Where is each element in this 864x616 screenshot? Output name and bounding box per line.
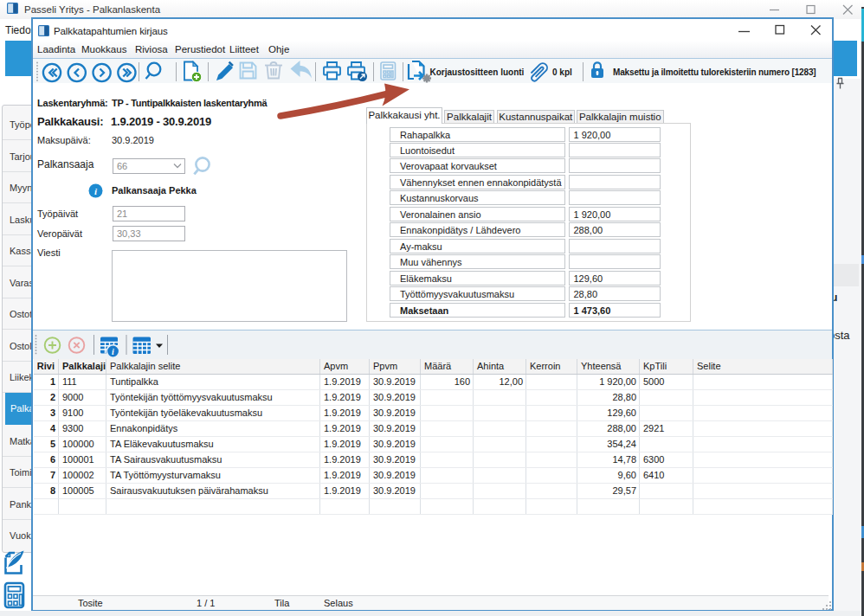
svg-text:i: i xyxy=(112,346,114,356)
